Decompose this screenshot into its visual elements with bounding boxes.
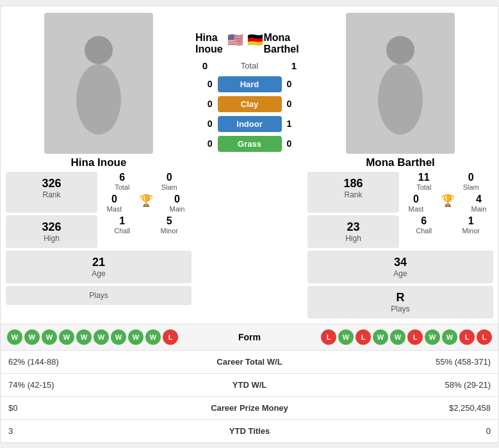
left-trophy: 🏆 [131,194,160,213]
surface-row-indoor: 0 Indoor 1 [195,116,304,132]
hard-right-score: 0 [287,79,302,89]
right-age-label: Age [315,269,486,278]
left-total-label: Total [100,183,145,191]
left-form-badge-5: W [94,329,109,345]
left-form-badge-1: W [24,329,40,345]
right-minor-label: Minor [449,227,494,235]
right-chall-label: Chall [402,227,446,235]
surface-row-clay: 0 Clay 0 [195,96,304,112]
left-trophy-icon: 🏆 [139,194,153,207]
surface-row-grass: 0 Grass 0 [195,136,304,152]
left-minor-label: Minor [147,227,192,235]
right-main-value: 4 [464,194,493,205]
right-age-box: 34 Age [307,251,493,283]
clay-left-score: 0 [197,99,213,109]
career-stats-table: 62% (144-88) Career Total W/L 55% (458-3… [1,350,498,442]
left-form-badge-8: W [145,329,161,345]
right-chall-value: 6 [402,215,446,227]
career-stat-row-2: $0 Career Prize Money $2,250,458 [1,396,498,419]
flags-row: 🇺🇸 🇩🇪 [227,32,263,55]
left-slam-value: 0 [147,172,192,183]
hard-button[interactable]: Hard [218,76,282,92]
grass-left-score: 0 [197,138,213,149]
left-mast-main-row: 0 Mast 🏆 0 Main [100,194,192,213]
svg-point-1 [76,64,121,135]
right-form-badge-0: L [321,329,336,345]
left-player-photo [44,13,153,154]
surface-rows: 0 Hard 0 0 Clay 0 0 Indoor 1 0 Grass [195,76,304,152]
right-plays-box: R Plays [307,286,493,319]
top-section: Hina Inoue 326 Rank 6 Total 0 [1,6,498,319]
left-high-label: High [13,234,90,243]
left-age-value: 21 [13,256,184,269]
right-total-label: Total [402,183,446,191]
indoor-button[interactable]: Indoor [218,116,282,132]
right-rank-box: 186 Rank [307,172,399,213]
center-right-name: Mona Barthel [263,32,304,55]
right-high-label: High [315,234,391,243]
indoor-right-score: 1 [287,119,302,129]
career-stat-row-3: 3 YTD Titles 0 [1,419,498,442]
right-trophy: 🏆 [433,194,462,213]
career-stat-row-1: 74% (42-15) YTD W/L 58% (29-21) [1,373,498,396]
svg-point-2 [386,36,414,64]
clay-button[interactable]: Clay [218,96,282,112]
left-form-badge-4: W [76,329,92,345]
grass-right-score: 0 [287,138,302,149]
grass-button[interactable]: Grass [218,136,282,152]
right-main-label: Main [464,205,493,213]
right-form-badge-6: W [425,329,440,345]
career-right-val-2: $2,250,458 [324,396,498,419]
right-form-badge-2: L [356,329,371,345]
left-stats-grid2: 326 High 1 Chall 5 Minor [6,215,192,248]
left-chall-minor-row: 1 Chall 5 Minor [100,215,192,248]
left-chall-value: 1 [100,215,145,227]
left-total-value: 6 [100,172,145,183]
left-form-badge-0: W [7,329,22,345]
clay-right-score: 0 [287,99,302,109]
left-slam-cell: 0 Slam [147,172,192,191]
left-chall-cell: 1 Chall [100,215,145,248]
center-block: Hina Inoue 🇺🇸 🇩🇪 Mona Barthel 0 Total 1 … [195,13,304,152]
right-flag: 🇩🇪 [247,32,263,55]
right-form-badge-3: W [373,329,388,345]
right-stats-grid2: 23 High 6 Chall 1 Minor [307,215,493,248]
right-total-cell: 11 Total [402,172,446,191]
right-plays-label: Plays [315,304,486,313]
right-form-badge-7: W [442,329,457,345]
total-right-score: 1 [284,60,304,71]
right-mast-main-row: 0 Mast 🏆 4 Main [402,194,493,213]
form-section: WWWWWWWWWL Form LWLWWLWWLL [1,324,498,350]
left-rank-label: Rank [13,190,90,199]
right-main-cell: 4 Main [464,194,493,213]
right-photo-name: Mona Barthel [346,13,455,169]
left-player-block: Hina Inoue 326 Rank 6 Total 0 [6,13,192,305]
career-right-val-0: 55% (458-371) [324,350,498,373]
right-form-badge-1: W [338,329,354,345]
surface-row-hard: 0 Hard 0 [195,76,304,92]
center-names-row: Hina Inoue 🇺🇸 🇩🇪 Mona Barthel [195,32,304,55]
right-mast-label: Mast [402,205,430,213]
left-form-badge-9: L [163,329,178,345]
left-rank-box: 326 Rank [6,172,97,213]
career-stat-row-0: 62% (144-88) Career Total W/L 55% (458-3… [1,350,498,373]
left-slam-label: Slam [147,183,192,191]
left-flag: 🇺🇸 [227,32,243,55]
left-plays-box: Plays [6,286,192,305]
left-mast-cell: 0 Mast [100,194,129,213]
right-high-value: 23 [315,220,391,234]
right-age-value: 34 [315,256,486,269]
right-player-block: Mona Barthel 186 Rank 11 Total 0 [307,13,493,319]
right-form-badge-4: W [390,329,405,345]
left-minor-value: 5 [147,215,192,227]
left-mast-value: 0 [100,194,129,205]
left-total-cell: 6 Total [100,172,145,191]
right-minor-cell: 1 Minor [449,215,494,248]
career-left-val-3: 3 [1,419,175,442]
left-minor-cell: 5 Minor [147,215,192,248]
left-form-badge-7: W [128,329,143,345]
career-left-val-2: $0 [1,396,175,419]
left-total-slam-row: 6 Total 0 Slam [100,172,192,191]
right-mast-value: 0 [402,194,430,205]
left-high-value: 326 [13,220,90,234]
